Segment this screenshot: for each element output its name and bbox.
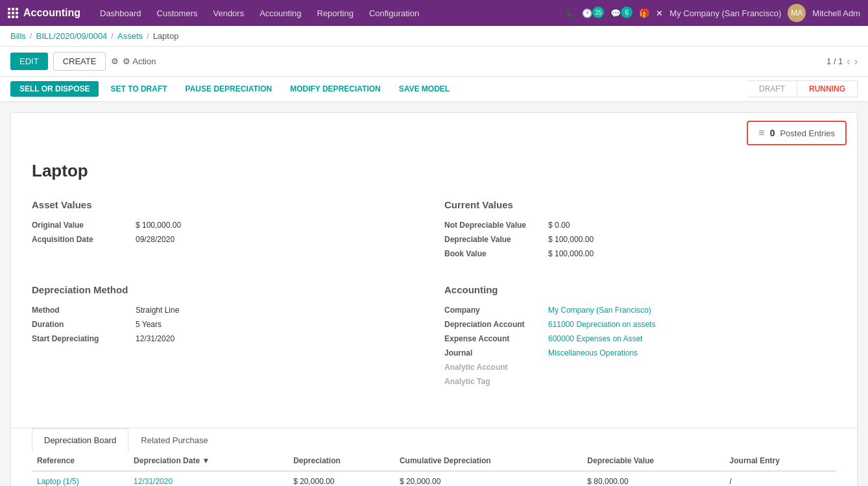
sell-or-dispose-button[interactable]: SELL OR DISPOSE <box>10 81 99 97</box>
gear-icon: ⚙ <box>111 56 119 66</box>
breadcrumb-sep-3: / <box>147 31 149 41</box>
status-draft: DRAFT <box>747 80 797 97</box>
duration-value: 5 Years <box>136 320 162 329</box>
col-cumulative: Cumulative Depreciation <box>394 451 582 471</box>
depreciable-value-row: Depreciable Value $ 100,000.00 <box>444 235 836 244</box>
accounting-section: Accounting Company My Company (San Franc… <box>444 284 836 391</box>
start-depreciating-label: Start Depreciating <box>32 334 136 343</box>
tab-related-purchase[interactable]: Related Purchase <box>128 428 220 452</box>
breadcrumb-bills[interactable]: Bills <box>10 31 26 41</box>
company-label: Company <box>444 306 548 315</box>
col-depreciable: Depreciable Value <box>582 451 724 471</box>
original-value: $ 100,000.00 <box>136 221 181 230</box>
depreciation-account-label: Depreciation Account <box>444 320 548 329</box>
app-brand[interactable]: Accounting <box>8 7 80 19</box>
col-journal-entry: Journal Entry <box>725 451 836 471</box>
card-header: ≡ 0 Posted Entries <box>11 113 857 145</box>
not-depreciable-row: Not Depreciable Value $ 0.00 <box>444 221 836 230</box>
topnav-right: 📞 🕐 35 💬 6 🎁 ✕ My Company (San Francisco… <box>565 4 860 22</box>
modify-depreciation-button[interactable]: MODIFY DEPRECIATION <box>283 81 387 97</box>
not-depreciable-label: Not Depreciable Value <box>444 221 548 230</box>
journal-value[interactable]: Miscellaneous Operations <box>548 348 638 358</box>
expense-account-row: Expense Account 600000 Expenses on Asset <box>444 334 836 343</box>
tab-depreciation-board[interactable]: Depreciation Board <box>32 428 128 452</box>
breadcrumb-current: Laptop <box>153 31 179 41</box>
main-content: ≡ 0 Posted Entries Laptop Asset Values O… <box>0 102 868 486</box>
nav-customers[interactable]: Customers <box>151 6 204 21</box>
depreciation-table: Reference Depreciation Date ▼ Depreciati… <box>32 451 836 486</box>
expense-account-label: Expense Account <box>444 334 548 343</box>
card-body: Laptop Asset Values Original Value $ 100… <box>11 145 857 428</box>
col-depreciation: Depreciation <box>288 451 394 471</box>
expense-account-value[interactable]: 600000 Expenses on Asset <box>548 334 642 343</box>
pagination-text: 1 / 1 <box>826 56 843 66</box>
accounting-title: Accounting <box>444 284 836 295</box>
company-name: My Company (San Francisco) <box>669 8 781 18</box>
chat-icon[interactable]: 💬 6 <box>610 7 633 19</box>
user-avatar[interactable]: MA <box>788 4 806 22</box>
nav-configuration[interactable]: Configuration <box>363 6 426 21</box>
book-value: $ 100,000.00 <box>548 249 594 258</box>
clock-icon[interactable]: 🕐 35 <box>582 7 604 19</box>
breadcrumb-sep-2: / <box>111 31 114 41</box>
posted-entries-button[interactable]: ≡ 0 Posted Entries <box>747 121 847 145</box>
book-value-row: Book Value $ 100,000.00 <box>444 249 836 258</box>
current-values-section: Current Values Not Depreciable Value $ 0… <box>444 199 836 263</box>
posted-entries-count: 0 <box>770 128 775 138</box>
breadcrumb-bill[interactable]: BILL/2020/09/0004 <box>36 31 107 41</box>
breadcrumb-sep-1: / <box>30 31 32 41</box>
col-reference: Reference <box>32 451 128 471</box>
depreciation-method-title: Depreciation Method <box>32 284 424 295</box>
form-sections: Asset Values Original Value $ 100,000.00… <box>32 199 836 391</box>
table-area: Reference Depreciation Date ▼ Depreciati… <box>11 451 857 486</box>
analytic-tag-row: Analytic Tag <box>444 377 836 386</box>
save-model-button[interactable]: SAVE MODEL <box>392 81 456 97</box>
not-depreciable-value: $ 0.00 <box>548 221 570 230</box>
nav-reporting[interactable]: Reporting <box>311 6 360 21</box>
row-date[interactable]: 12/31/2020 <box>128 471 288 486</box>
book-value-label: Book Value <box>444 249 548 258</box>
journal-row: Journal Miscellaneous Operations <box>444 348 836 358</box>
breadcrumb-assets[interactable]: Assets <box>117 31 143 41</box>
row-reference[interactable]: Laptop (1/5) <box>32 471 128 486</box>
journal-label: Journal <box>444 348 548 358</box>
breadcrumb: Bills / BILL/2020/09/0004 / Assets / Lap… <box>0 26 868 47</box>
row-journal-entry: / <box>725 471 836 486</box>
acquisition-date-label: Acquisition Date <box>32 235 136 244</box>
nav-dashboard[interactable]: Dashboard <box>93 6 148 21</box>
close-icon[interactable]: ✕ <box>656 8 663 18</box>
depreciable-value: $ 100,000.00 <box>548 235 594 244</box>
nav-links: Dashboard Customers Vendors Accounting R… <box>93 6 562 21</box>
acquisition-date-row: Acquisition Date 09/28/2020 <box>32 235 424 244</box>
prev-page-arrow[interactable]: ‹ <box>847 56 850 67</box>
next-page-arrow[interactable]: › <box>854 56 858 67</box>
action-button[interactable]: ⚙ ⚙ Action <box>111 56 156 66</box>
edit-button[interactable]: EDIT <box>10 53 48 70</box>
set-to-draft-button[interactable]: SET TO DRAFT <box>104 81 173 97</box>
gift-icon[interactable]: 🎁 <box>639 8 649 18</box>
method-row: Method Straight Line <box>32 306 424 315</box>
acquisition-date: 09/28/2020 <box>136 235 175 244</box>
analytic-account-label: Analytic Account <box>444 363 548 372</box>
create-button[interactable]: CREATE <box>53 52 106 71</box>
col-date[interactable]: Depreciation Date ▼ <box>128 451 288 471</box>
nav-vendors[interactable]: Vendors <box>206 6 250 21</box>
start-depreciating-value: 12/31/2020 <box>136 334 175 343</box>
depreciable-value-label: Depreciable Value <box>444 235 548 244</box>
original-value-label: Original Value <box>32 221 136 230</box>
method-label: Method <box>32 306 136 315</box>
company-row: Company My Company (San Francisco) <box>444 306 836 315</box>
row-cumulative: $ 20,000.00 <box>394 471 582 486</box>
asset-title: Laptop <box>32 161 836 181</box>
depreciation-method-section: Depreciation Method Method Straight Line… <box>32 284 424 391</box>
nav-accounting[interactable]: Accounting <box>253 6 307 21</box>
asset-card: ≡ 0 Posted Entries Laptop Asset Values O… <box>10 112 858 486</box>
duration-label: Duration <box>32 320 136 329</box>
depreciation-account-value[interactable]: 611000 Depreciation on assets <box>548 320 655 329</box>
status-running: RUNNING <box>797 80 858 97</box>
pause-depreciation-button[interactable]: PAUSE DEPRECIATION <box>179 81 279 97</box>
company-value[interactable]: My Company (San Francisco) <box>548 306 651 315</box>
phone-icon[interactable]: 📞 <box>565 8 575 18</box>
depreciation-account-row: Depreciation Account 611000 Depreciation… <box>444 320 836 329</box>
row-depreciable: $ 80,000.00 <box>582 471 724 486</box>
